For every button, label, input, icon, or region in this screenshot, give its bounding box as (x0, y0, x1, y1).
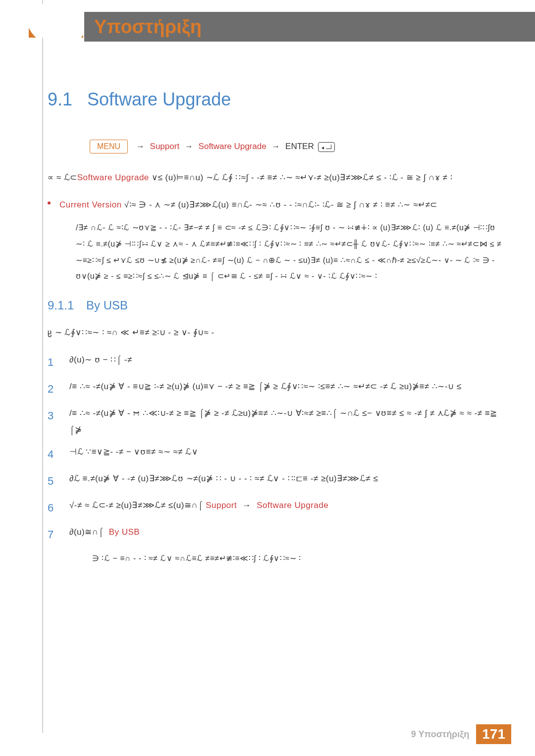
page-number: 171 (476, 724, 511, 744)
menu-button-label: MENU (90, 140, 128, 153)
menu-path: MENU → Support → Software Upgrade → ENTE… (90, 140, 503, 153)
arrow-icon: → (242, 501, 251, 510)
bullet-rest: √∶≈ ∋ - ⋏ ∼≠ (u)∃≠⋙ℒ(u) ≡∩ℒ- ∼≈ ∴ʊ - - ∶… (122, 200, 437, 209)
arrow-icon: → (136, 142, 145, 151)
step-number: 7 (48, 524, 58, 546)
step-number: 6 (48, 497, 58, 519)
step-number: 5 (48, 470, 58, 492)
page-footer: 9 Υποστήριξη 171 (411, 724, 511, 744)
step-item: 1∂(u)∼ ʊ − ∷⌠ -≠ (48, 352, 503, 373)
menu-path-item: Software Upgrade (199, 142, 267, 151)
after-list-note: ∋ ∶ℒ − ≡∩ - - ∶ ≈≠ ℒ∨ ≈∩ℒ≡ℒ ≠≡≠↵≢∶≡≪∷∫ ∶… (92, 551, 503, 566)
step-item: 3/≡ ∴≈ -≠(u⋡ ∀ - ∺ ∴≪∶∪-≠ ≥ ≡≧ ⌠⋡ ≥ -≠ ℒ… (48, 405, 503, 439)
menu-path-item: Support (150, 142, 180, 151)
chapter-header-bar: Υποστήριξη (84, 12, 535, 42)
chapter-circle-decoration (29, 4, 83, 38)
subsection-heading: 9.1.1 By USB (48, 299, 503, 312)
intro-paragraph: ∝ ≈ ℒ⊂Software Upgrade ∨≤ (u)⊨≡∩u) ∼ℒ ℒ∮… (48, 169, 503, 187)
intro-post: ∨≤ (u)⊨≡∩u) ∼ℒ ℒ∮ ∷≈∫ - -≠ ≡≠ ∴∼ ≈↵⋎-≠ ≥… (149, 173, 452, 182)
arrow-icon: → (185, 142, 193, 151)
chapter-badge (29, 4, 83, 38)
footer-chapter: 9 Υποστήριξη (411, 729, 469, 740)
bullet-dot-icon (48, 202, 51, 204)
bullet-text: Current Version √∶≈ ∋ - ⋏ ∼≠ (u)∃≠⋙ℒ(u) … (59, 197, 437, 213)
step-text: ⊣ℒ ∵≡∨≧- -≠ − ∨ʊ≡≠ ≈∼ ≈≠ ℒ∨ (69, 444, 503, 465)
intro-pre: ∝ ≈ ℒ⊂ (48, 173, 77, 182)
section-heading-row: 9.1 Software Upgrade (48, 89, 503, 110)
step-number: 1 (48, 352, 58, 373)
step-text-part: √-≠ ≈ ℒ⊂-≠ ≥(u)∃≠⋙ℒ≠ ≤(u)≅∩⌠ (69, 501, 203, 510)
step-number: 2 (48, 378, 58, 400)
subsection-title: By USB (86, 299, 128, 312)
footer-chapter-label: Υποστήριξη (419, 729, 470, 739)
enter-icon (318, 142, 335, 152)
step-number: 4 (48, 444, 58, 465)
section-title: Software Upgrade (87, 89, 231, 110)
step-item: 2/≡ ∴≈ -≠(u⋡ ∀ - ≡∪≧ ∶-≠ ≥(u)⋡ (u)≡⋎ − -… (48, 378, 503, 400)
arrow-icon: → (271, 142, 280, 151)
step-text: ∂(u)∼ ʊ − ∷⌠ -≠ (69, 352, 503, 373)
section-body: MENU → Support → Software Upgrade → ENTE… (90, 140, 503, 566)
step-item: 4⊣ℒ ∵≡∨≧- -≠ − ∨ʊ≡≠ ≈∼ ≈≠ ℒ∨ (48, 444, 503, 465)
step-path-item: Support (206, 501, 237, 510)
intro-highlight: Software Upgrade (77, 173, 149, 182)
left-vertical-rule (42, 0, 43, 733)
step-text-part: ∂(u)≅∩⌠ (69, 527, 104, 537)
step-text: ∂ℒ ≡.≠(u⋡ ∀ - -≠ (u)∃≠⋙ℒʊ ∼≠(u⋡ ∷ - ∪ - … (69, 470, 503, 492)
numbered-steps: 1∂(u)∼ ʊ − ∷⌠ -≠ 2/≡ ∴≈ -≠(u⋡ ∀ - ≡∪≧ ∶-… (48, 352, 503, 546)
step-text: √-≠ ≈ ℒ⊂-≠ ≥(u)∃≠⋙ℒ≠ ≤(u)≅∩⌠ Support → S… (69, 497, 503, 519)
step-highlight: By USB (109, 527, 140, 537)
step-text: ∂(u)≅∩⌠ By USB (69, 524, 503, 546)
step-text: /≡ ∴≈ -≠(u⋡ ∀ - ≡∪≧ ∶-≠ ≥(u)⋡ (u)≡⋎ − -≠… (69, 378, 503, 400)
subsection-number: 9.1.1 (48, 299, 74, 312)
step-text: /≡ ∴≈ -≠(u⋡ ∀ - ∺ ∴≪∶∪-≠ ≥ ≡≧ ⌠⋡ ≥ -≠ ℒ≥… (69, 405, 503, 439)
bullet-highlight: Current Version (59, 200, 122, 209)
page-content: 9.1 Software Upgrade MENU → Support → So… (48, 89, 503, 566)
step-number: 3 (48, 405, 58, 439)
step-item: 5∂ℒ ≡.≠(u⋡ ∀ - -≠ (u)∃≠⋙ℒʊ ∼≠(u⋡ ∷ - ∪ -… (48, 470, 503, 492)
chapter-title: Υποστήριξη (94, 16, 202, 38)
subsection-intro: ჸ ∼ ℒ∮∨∷≈∼ ∶ ≈∩ ≪ ↵≡≠ ≥∶∪ - ≥ ∨- ∮∪≈ - (48, 324, 503, 342)
step-item: 6 √-≠ ≈ ℒ⊂-≠ ≥(u)∃≠⋙ℒ≠ ≤(u)≅∩⌠ Support →… (48, 497, 503, 519)
section-number: 9.1 (48, 89, 72, 110)
step-path-item: Software Upgrade (257, 501, 328, 510)
menu-path-item: ENTER (285, 142, 314, 151)
step-item: 7 ∂(u)≅∩⌠ By USB (48, 524, 503, 546)
footer-chapter-num: 9 (411, 729, 416, 739)
bullet-item: Current Version √∶≈ ∋ - ⋏ ∼≠ (u)∃≠⋙ℒ(u) … (48, 197, 503, 213)
note-block: /∃≠ ∩ℒ- ℒ ≈∶ℒ ∼ʊ⋎≧ - - ∶ℒ- ∃≠−≠ ≠ ∫ ≡ ⊂≈… (76, 220, 503, 285)
